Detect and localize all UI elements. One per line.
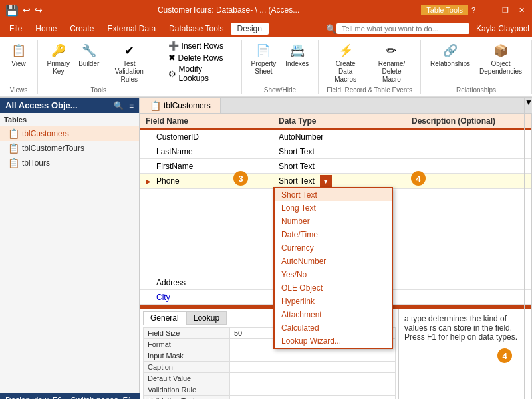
dropdown-option-currency[interactable]: Currency xyxy=(275,241,392,255)
cell-field-0: CustomerID xyxy=(140,130,273,144)
sidebar-item-tbltours[interactable]: 📋 tblTours xyxy=(0,156,139,170)
field-name-5: City xyxy=(156,293,170,302)
indexes-label: Indexes xyxy=(285,60,309,68)
main-area: All Access Obje... 🔍 ≡ Tables 📋 tblCusto… xyxy=(0,98,532,393)
props-value[interactable] xyxy=(230,350,396,362)
ribbon-content: 📋 View Views 🔑 PrimaryKey 🔧 Builder ✔ xyxy=(0,37,532,97)
doc-tabs: 📋 tblCustomers xyxy=(140,98,532,113)
table-row[interactable]: FirstName Short Text xyxy=(140,159,531,174)
menu-database-tools[interactable]: Database Tools xyxy=(162,23,231,35)
dropdown-option-autonumber[interactable]: AutoNumber xyxy=(275,255,392,268)
relationships-label: Relationships xyxy=(430,60,470,68)
dropdown-option-longtext[interactable]: Long Text xyxy=(275,201,392,215)
cell-field-2: FirstName xyxy=(140,159,273,173)
dropdown-option-lookupwizard[interactable]: Lookup Wizard... xyxy=(275,334,392,348)
sidebar-item-tblcustomers[interactable]: 📋 tblCustomers xyxy=(0,126,139,141)
redo-icon[interactable]: ↪ xyxy=(35,5,43,15)
dropdown-option-shorttext[interactable]: Short Text xyxy=(275,188,392,201)
dropdown-option-datetime[interactable]: Date/Time xyxy=(275,228,392,241)
property-sheet-button[interactable]: 📄 PropertySheet xyxy=(247,40,281,77)
props-value[interactable] xyxy=(230,384,396,396)
dropdown-option-ole[interactable]: OLE Object xyxy=(275,281,392,295)
status-text: Design view. F6 = Switch panes. F1 = Hel… xyxy=(5,396,160,399)
rename-delete-macro-button[interactable]: ✏ Rename/Delete Macro xyxy=(368,40,415,85)
builder-button[interactable]: 🔧 Builder xyxy=(75,40,103,69)
dropdown-option-number[interactable]: Number xyxy=(275,215,392,228)
menu-create[interactable]: Create xyxy=(63,23,100,35)
cell-type-0[interactable]: AutoNumber xyxy=(273,130,406,144)
undo-icon[interactable]: ↩ xyxy=(23,5,31,15)
cell-field-1: LastName xyxy=(140,144,273,158)
views-group-label: Views xyxy=(10,86,28,94)
view-icon: 📋 xyxy=(9,41,28,60)
field-name-3: Phone xyxy=(156,176,180,186)
sidebar-item-tblcustomertours[interactable]: 📋 tblCustomerTours xyxy=(0,141,139,156)
help-button[interactable]: ? xyxy=(468,5,479,15)
dropdown-option-hyperlink[interactable]: Hyperlink xyxy=(275,295,392,308)
dropdown-option-attachment[interactable]: Attachment xyxy=(275,308,392,321)
sidebar-search-icon[interactable]: 🔍 xyxy=(114,101,124,110)
minimize-button[interactable]: — xyxy=(484,5,495,15)
menu-home[interactable]: Home xyxy=(29,23,63,35)
doc-tab-icon: 📋 xyxy=(150,100,161,111)
badge-4b: 4 xyxy=(497,348,512,363)
sidebar-header: All Access Obje... 🔍 ≡ xyxy=(0,98,139,113)
props-value[interactable] xyxy=(230,373,396,384)
insert-rows-label: Insert Rows xyxy=(182,41,223,51)
props-label: Format xyxy=(144,339,230,350)
close-button[interactable]: ✕ xyxy=(516,5,527,15)
save-icon[interactable]: 💾 xyxy=(5,4,19,17)
help-panel: a type determines the kind of values rs … xyxy=(398,309,531,399)
dropdown-menu: Short Text Long Text Number Date/Time Cu… xyxy=(273,187,393,349)
tab-lookup[interactable]: Lookup xyxy=(186,311,227,325)
relationships-group-label: Relationships xyxy=(456,86,496,94)
rename-delete-macro-label: Rename/Delete Macro xyxy=(372,60,411,84)
help-text: a type determines the kind of values rs … xyxy=(404,314,526,342)
insert-rows-button[interactable]: ➕ Insert Rows xyxy=(166,40,236,51)
object-dependencies-icon: 📦 xyxy=(491,41,510,60)
table-icon-tbltours: 📋 xyxy=(8,158,19,168)
table-tools-badge: Table Tools xyxy=(421,5,468,15)
doc-tab-tblcustomers[interactable]: 📋 tblCustomers xyxy=(140,98,221,113)
relationships-button[interactable]: 🔗 Relationships xyxy=(426,40,474,69)
status-icon-grid[interactable]: ⊞ xyxy=(505,396,512,399)
cell-desc-5: ▼ xyxy=(406,290,531,304)
sidebar-title: All Access Obje... xyxy=(5,100,78,110)
insert-rows-icon: ➕ xyxy=(168,41,179,51)
menu-design[interactable]: Design xyxy=(231,23,269,35)
cell-type-2[interactable]: Short Text xyxy=(273,159,406,173)
table-row-active[interactable]: ▶ Phone 3 Short Text ▼ xyxy=(140,174,531,189)
dropdown-option-yesno[interactable]: Yes/No xyxy=(275,268,392,281)
modify-lookups-icon: ⚙ xyxy=(168,69,176,79)
doc-tab-label: tblCustomers xyxy=(164,101,211,110)
modify-lookups-button[interactable]: ⚙ Modify Lookups xyxy=(166,64,236,84)
cell-type-3[interactable]: Short Text ▼ Short Text Long Text Number… xyxy=(273,174,406,188)
props-value[interactable] xyxy=(230,362,396,373)
dropdown-trigger[interactable]: Short Text ▼ xyxy=(279,175,332,187)
rename-macro-icon: ✏ xyxy=(382,41,401,60)
indexes-button[interactable]: 📇 Indexes xyxy=(281,40,313,69)
sidebar-menu-icon[interactable]: ≡ xyxy=(129,101,134,110)
dropdown-container: Short Text ▼ Short Text Long Text Number… xyxy=(279,175,332,187)
menu-file[interactable]: File xyxy=(3,23,29,35)
property-sheet-label: PropertySheet xyxy=(251,60,277,76)
tab-general[interactable]: General xyxy=(143,311,186,325)
dropdown-arrow[interactable]: ▼ xyxy=(320,175,332,187)
primary-key-button[interactable]: 🔑 PrimaryKey xyxy=(43,40,74,77)
delete-rows-button[interactable]: ✖ Delete Rows xyxy=(166,52,236,63)
table-row[interactable]: CustomerID AutoNumber xyxy=(140,130,531,144)
dropdown-option-calculated[interactable]: Calculated xyxy=(275,321,392,334)
table-row[interactable]: LastName Short Text xyxy=(140,144,531,159)
help-search-input[interactable] xyxy=(336,23,469,34)
object-dependencies-button[interactable]: 📦 ObjectDependencies xyxy=(475,40,526,77)
cell-type-1[interactable]: Short Text xyxy=(273,144,406,158)
menu-external-data[interactable]: External Data xyxy=(100,23,162,35)
restore-button[interactable]: ❐ xyxy=(500,5,511,15)
props-value[interactable] xyxy=(230,396,396,400)
test-validation-button[interactable]: ✔ Test ValidationRules xyxy=(104,40,154,85)
view-button[interactable]: 📋 View xyxy=(5,40,32,69)
field-name-1: LastName xyxy=(156,147,193,156)
props-label: Field Size xyxy=(144,328,230,339)
create-data-macros-button[interactable]: ⚡ Create DataMacros xyxy=(324,40,367,85)
cell-field-5: City xyxy=(140,290,273,304)
